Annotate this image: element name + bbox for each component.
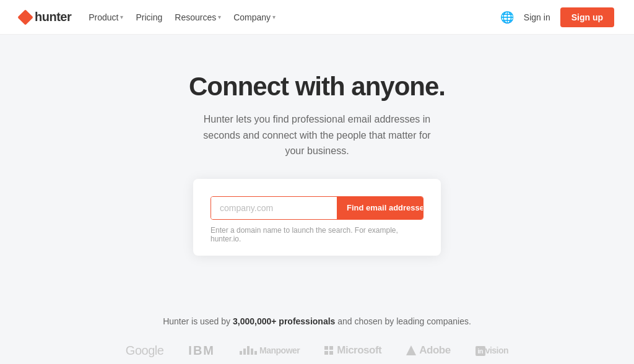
- manpower-logo: Manpower: [240, 345, 300, 355]
- adobe-logo: Adobe: [406, 344, 450, 357]
- invision-logo: invision: [476, 345, 508, 356]
- search-card: Find email addresses Enter a domain name…: [193, 179, 441, 256]
- logo-diamond-icon: [17, 9, 33, 25]
- social-proof-text: Hunter is used by 3,000,000+ professiona…: [12, 316, 622, 326]
- ibm-logo: IBM: [188, 344, 215, 358]
- navbar-right: 🌐 Sign in Sign up: [500, 7, 614, 27]
- professionals-count: 3,000,000+ professionals: [233, 316, 335, 326]
- navbar-left: hunter Product ▾ Pricing Resources ▾ Com…: [20, 10, 276, 24]
- microsoft-grid-icon: [324, 346, 333, 355]
- microsoft-logo: Microsoft: [324, 344, 381, 357]
- google-logo: Google: [126, 344, 164, 358]
- invision-box-icon: in: [476, 346, 485, 356]
- nav-links: Product ▾ Pricing Resources ▾ Company ▾: [89, 12, 276, 22]
- nav-link-product[interactable]: Product ▾: [89, 12, 123, 22]
- hero-title: Connect with anyone.: [12, 72, 622, 102]
- hero-subtitle: Hunter lets you find professional email …: [199, 111, 435, 159]
- signin-link[interactable]: Sign in: [524, 12, 550, 22]
- logo[interactable]: hunter: [20, 10, 71, 24]
- search-hint: Enter a domain name to launch the search…: [211, 226, 423, 243]
- nav-link-pricing[interactable]: Pricing: [136, 12, 162, 22]
- logo-text: hunter: [35, 10, 71, 24]
- social-proof-section: Hunter is used by 3,000,000+ professiona…: [0, 287, 634, 364]
- domain-search-input[interactable]: [211, 197, 337, 219]
- chevron-down-icon: ▾: [272, 14, 276, 20]
- signup-button[interactable]: Sign up: [560, 7, 614, 27]
- chevron-down-icon: ▾: [120, 14, 123, 20]
- manpower-bars-icon: [240, 346, 257, 355]
- nav-link-resources[interactable]: Resources ▾: [175, 12, 221, 22]
- globe-icon[interactable]: 🌐: [500, 11, 514, 24]
- find-emails-button[interactable]: Find email addresses: [337, 197, 423, 219]
- company-logos: Google IBM Manpower Microsoft Adobe: [12, 344, 622, 358]
- adobe-triangle-icon: [406, 345, 416, 355]
- nav-link-company[interactable]: Company ▾: [233, 12, 276, 22]
- chevron-down-icon: ▾: [218, 14, 221, 20]
- hero-section: Connect with anyone. Hunter lets you fin…: [0, 35, 634, 287]
- navbar: hunter Product ▾ Pricing Resources ▾ Com…: [0, 0, 634, 35]
- search-row: Find email addresses: [211, 196, 423, 220]
